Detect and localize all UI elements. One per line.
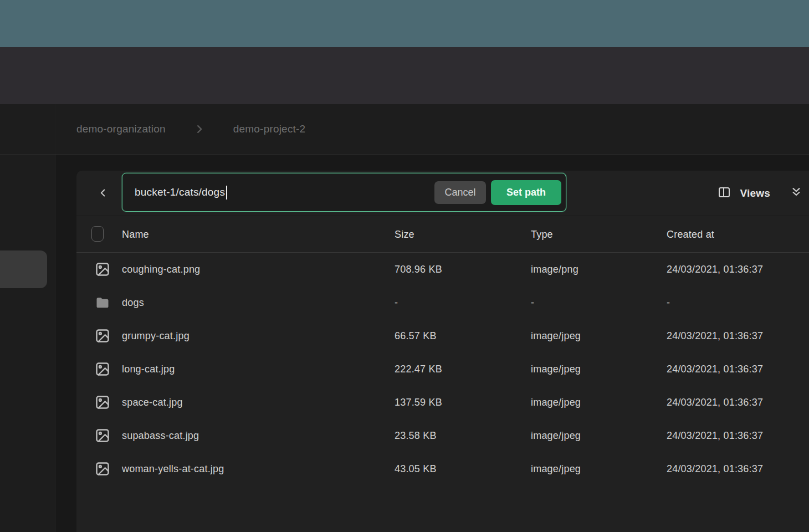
file-name: supabass-cat.jpg	[122, 419, 199, 452]
expand-panel-button[interactable]	[786, 183, 807, 204]
folder-icon	[94, 294, 111, 311]
explorer-toolbar: bucket-1/cats/dogs Cancel Set path Views	[76, 171, 809, 216]
breadcrumb-org[interactable]: demo-organization	[76, 123, 166, 135]
text-caret	[226, 186, 227, 200]
file-size: 43.05 KB	[395, 452, 437, 485]
image-icon	[94, 460, 111, 478]
table-row[interactable]: space-cat.jpg 137.59 KB image/jpeg 24/03…	[76, 386, 809, 419]
file-size: 708.96 KB	[395, 253, 442, 286]
file-created-at: 24/03/2021, 01:36:37	[667, 452, 763, 485]
back-button[interactable]	[92, 183, 114, 205]
path-input[interactable]: bucket-1/cats/dogs Cancel Set path	[122, 173, 566, 212]
folder-name: dogs	[122, 286, 144, 319]
breadcrumb: demo-organization demo-project-2	[56, 104, 809, 154]
top-band	[0, 0, 809, 47]
file-size: 222.47 KB	[395, 352, 442, 386]
image-icon	[94, 260, 111, 278]
file-type: -	[531, 286, 534, 319]
header-size: Size	[395, 216, 414, 253]
screen: demo-organization demo-project-2 bucket-…	[0, 0, 809, 532]
chevron-right-icon	[193, 123, 206, 135]
table-row[interactable]: long-cat.jpg 222.47 KB image/jpeg 24/03/…	[76, 352, 809, 386]
file-size: -	[395, 286, 398, 319]
divider-line	[0, 154, 809, 155]
file-created-at: 24/03/2021, 01:36:37	[667, 253, 763, 286]
file-size: 66.57 KB	[395, 319, 437, 352]
chevrons-down-icon	[790, 186, 802, 201]
table-row[interactable]: dogs - - -	[76, 286, 809, 319]
file-type: image/png	[531, 253, 578, 286]
table-body: coughing-cat.png 708.96 KB image/png 24/…	[76, 253, 809, 485]
breadcrumb-project[interactable]: demo-project-2	[233, 123, 306, 135]
file-type: image/jpeg	[531, 386, 581, 419]
file-type: image/jpeg	[531, 452, 581, 485]
file-size: 23.58 KB	[395, 419, 437, 452]
header-created-at: Created at	[667, 216, 714, 253]
image-icon	[94, 393, 111, 411]
image-icon	[94, 327, 111, 345]
views-button[interactable]: Views	[718, 171, 770, 216]
file-name: long-cat.jpg	[122, 352, 175, 386]
file-created-at: 24/03/2021, 01:36:37	[667, 419, 763, 452]
file-type: image/jpeg	[531, 319, 581, 352]
header-name: Name	[122, 216, 149, 253]
table-row[interactable]: woman-yells-at-cat.jpg 43.05 KB image/jp…	[76, 452, 809, 485]
select-all-checkbox[interactable]	[91, 226, 104, 242]
views-label: Views	[740, 187, 770, 200]
image-icon	[94, 427, 111, 444]
chevron-left-icon	[97, 187, 109, 201]
app-area: demo-organization demo-project-2 bucket-…	[0, 104, 809, 532]
table-row[interactable]: supabass-cat.jpg 23.58 KB image/jpeg 24/…	[76, 419, 809, 452]
file-name: coughing-cat.png	[122, 253, 200, 286]
file-created-at: 24/03/2021, 01:36:37	[667, 386, 763, 419]
table-row[interactable]: coughing-cat.png 708.96 KB image/png 24/…	[76, 253, 809, 286]
image-icon	[94, 360, 111, 378]
path-input-value: bucket-1/cats/dogs	[135, 186, 225, 198]
sidebar-item-highlight[interactable]	[0, 250, 47, 288]
columns-icon	[718, 186, 731, 201]
header-type: Type	[531, 216, 553, 253]
window-chrome-band	[0, 47, 809, 104]
file-size: 137.59 KB	[395, 386, 442, 419]
file-name: grumpy-cat.jpg	[122, 319, 190, 352]
set-path-button[interactable]: Set path	[491, 180, 561, 205]
cancel-button[interactable]: Cancel	[434, 181, 486, 204]
sidebar	[0, 104, 55, 532]
file-type: image/jpeg	[531, 419, 581, 452]
table-header: Name Size Type Created at	[76, 216, 809, 253]
file-name: space-cat.jpg	[122, 386, 183, 419]
table-row[interactable]: grumpy-cat.jpg 66.57 KB image/jpeg 24/03…	[76, 319, 809, 352]
file-created-at: -	[667, 286, 670, 319]
file-created-at: 24/03/2021, 01:36:37	[667, 319, 763, 352]
file-created-at: 24/03/2021, 01:36:37	[667, 352, 763, 386]
file-type: image/jpeg	[531, 352, 581, 386]
file-name: woman-yells-at-cat.jpg	[122, 452, 224, 485]
file-explorer-panel: bucket-1/cats/dogs Cancel Set path Views	[76, 171, 809, 532]
